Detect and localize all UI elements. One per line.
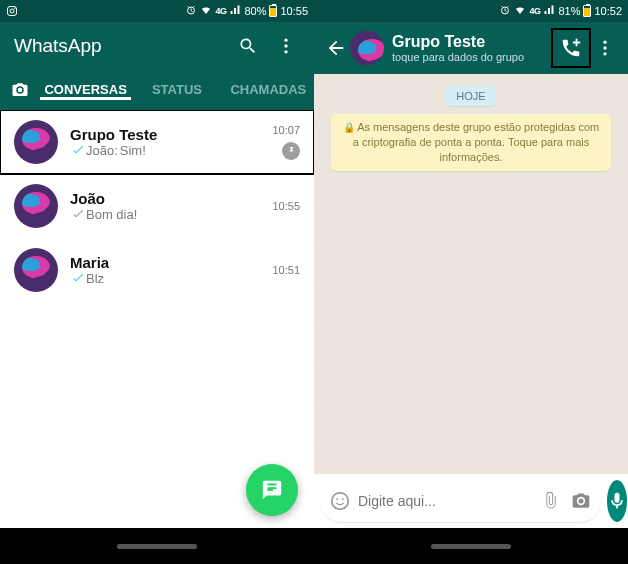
alarm-icon [499, 4, 511, 18]
svg-point-4 [284, 39, 287, 42]
camera-tab[interactable] [0, 81, 40, 99]
date-chip: HOJE [446, 86, 495, 106]
network-label: 4G [215, 6, 226, 16]
chat-preview: João: Sim! [70, 143, 272, 158]
battery-pct: 81% [558, 5, 580, 17]
wifi-icon [200, 4, 212, 18]
camera-button[interactable] [569, 489, 593, 513]
chat-name: João [70, 190, 272, 207]
lock-icon: 🔒 [343, 122, 355, 133]
signal-icon [543, 4, 555, 18]
svg-point-9 [603, 46, 606, 49]
chat-body[interactable]: HOJE 🔒 As mensagens deste grupo estão pr… [314, 74, 628, 474]
search-button[interactable] [234, 32, 262, 60]
nav-bar [0, 528, 314, 564]
svg-point-13 [342, 498, 344, 500]
double-check-icon [70, 209, 84, 220]
double-check-icon [70, 273, 84, 284]
back-button[interactable] [322, 34, 350, 62]
phone-right: 4G 81% 10:52 Grupo Teste toque para dado… [314, 0, 628, 564]
clock-time: 10:52 [594, 5, 622, 17]
svg-point-8 [603, 41, 606, 44]
alarm-icon [185, 4, 197, 18]
home-indicator[interactable] [431, 544, 511, 549]
app-title: WhatsApp [14, 35, 224, 57]
more-button[interactable] [272, 32, 300, 60]
svg-point-12 [336, 498, 338, 500]
group-title-area[interactable]: Grupo Teste toque para dados do grupo [392, 33, 554, 63]
group-name: Grupo Teste [392, 33, 554, 51]
home-indicator[interactable] [117, 544, 197, 549]
network-label: 4G [529, 6, 540, 16]
group-avatar[interactable] [350, 31, 384, 65]
app-bar: WhatsApp CONVERSAS STATUS CHAMADAS [0, 22, 314, 110]
double-check-icon [70, 145, 84, 156]
composer-field[interactable] [320, 480, 601, 522]
chat-name: Maria [70, 254, 272, 271]
svg-point-2 [14, 8, 15, 9]
chat-row-maria[interactable]: Maria Blz 10:51 [0, 238, 314, 302]
attach-button[interactable] [539, 489, 563, 513]
group-subtitle: toque para dados do grupo [392, 51, 554, 63]
tab-status[interactable]: STATUS [131, 82, 222, 99]
nav-bar [314, 528, 628, 564]
tab-conversas[interactable]: CONVERSAS [40, 82, 131, 99]
instagram-icon [6, 5, 18, 17]
new-chat-fab[interactable] [246, 464, 298, 516]
composer [314, 474, 628, 528]
chat-preview: Bom dia! [70, 207, 272, 222]
svg-point-10 [603, 52, 606, 55]
clock-time: 10:55 [280, 5, 308, 17]
battery-pct: 80% [244, 5, 266, 17]
signal-icon [229, 4, 241, 18]
chat-row-grupo-teste[interactable]: Grupo Teste João: Sim! 10:07 [0, 110, 314, 174]
chat-time: 10:51 [272, 264, 300, 276]
chat-time: 10:07 [272, 124, 300, 136]
battery-icon [269, 5, 277, 17]
message-input[interactable] [358, 493, 533, 509]
avatar [14, 120, 58, 164]
encryption-notice[interactable]: 🔒 As mensagens deste grupo estão protegi… [331, 114, 611, 171]
phone-left: 4G 80% 10:55 WhatsApp CONVERSAS STATUS C… [0, 0, 314, 564]
svg-point-5 [284, 44, 287, 47]
add-call-button[interactable] [554, 31, 588, 65]
voice-record-button[interactable] [607, 480, 627, 522]
tabs: CONVERSAS STATUS CHAMADAS [0, 70, 314, 110]
avatar [14, 184, 58, 228]
chat-name: Grupo Teste [70, 126, 272, 143]
tab-chamadas[interactable]: CHAMADAS [223, 82, 314, 99]
pin-icon [282, 142, 300, 160]
status-bar: 4G 81% 10:52 [314, 0, 628, 22]
chat-preview: Blz [70, 271, 272, 286]
svg-point-1 [10, 9, 14, 13]
battery-icon [583, 5, 591, 17]
chat-header: Grupo Teste toque para dados do grupo [314, 22, 628, 74]
wifi-icon [514, 4, 526, 18]
svg-point-6 [284, 50, 287, 53]
emoji-button[interactable] [328, 489, 352, 513]
chat-row-joao[interactable]: João Bom dia! 10:55 [0, 174, 314, 238]
avatar [14, 248, 58, 292]
more-button[interactable] [588, 31, 622, 65]
status-bar: 4G 80% 10:55 [0, 0, 314, 22]
chat-time: 10:55 [272, 200, 300, 212]
svg-point-11 [332, 493, 349, 510]
